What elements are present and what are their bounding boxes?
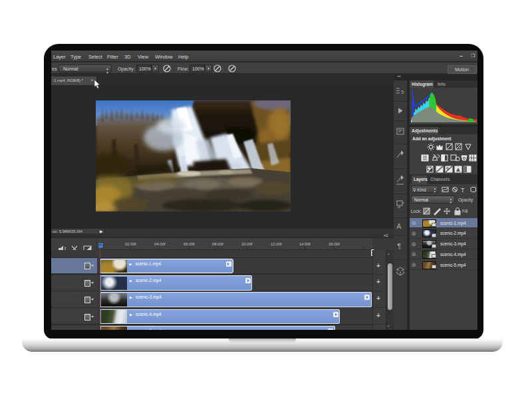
svg-text:A: A: [397, 223, 402, 230]
svg-text:¶: ¶: [398, 243, 401, 250]
svg-text:T: T: [461, 187, 465, 194]
svg-text:5: 5: [401, 89, 404, 95]
